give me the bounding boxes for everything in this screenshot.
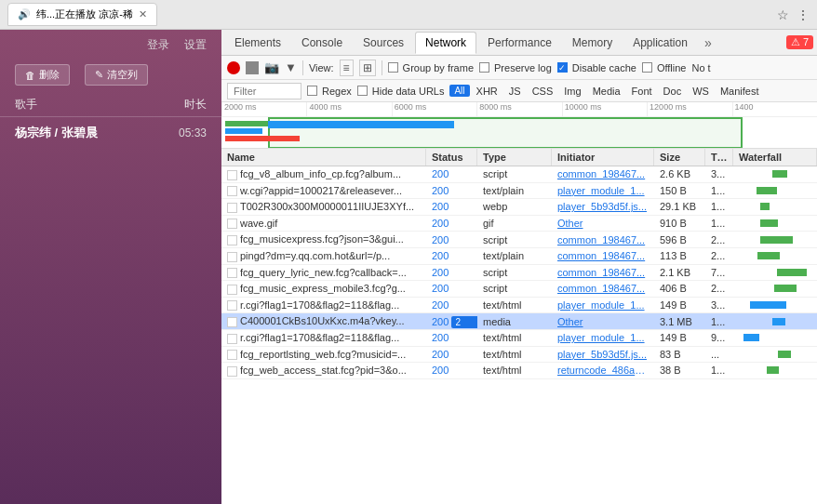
table-row[interactable]: fcg_query_lyric_new.fcg?callback=... 200… <box>221 265 817 282</box>
preserve-log-check[interactable]: Preserve log <box>479 62 552 73</box>
table-row[interactable]: wave.gif 200 gif Other 910 B 1... <box>221 216 817 232</box>
table-row[interactable]: fcg_music_express_mobile3.fcg?g... 200 s… <box>221 281 817 298</box>
cell-initiator[interactable]: player_module_1... <box>552 183 654 198</box>
col-header-initiator[interactable]: Initiator <box>552 149 654 166</box>
disable-cache-check[interactable]: Disable cache <box>557 62 636 73</box>
filter-input[interactable] <box>227 83 301 99</box>
tab-performance[interactable]: Performance <box>478 33 561 53</box>
cell-initiator[interactable]: player_5b93d5f.js... <box>552 347 654 362</box>
network-table: Name Status Type Initiator Size Ti... Wa… <box>221 149 817 504</box>
table-row[interactable]: T002R300x300M0000011IIUJE3XYf... 200 web… <box>221 199 817 216</box>
login-link[interactable]: 登录 <box>147 37 169 53</box>
settings-link[interactable]: 设置 <box>184 37 207 53</box>
browser-tab[interactable]: 🔊 纬...正在播放 凉凉-稀 ✕ <box>7 3 157 26</box>
grid-view-icon[interactable]: ⊞ <box>359 60 376 76</box>
filter-js[interactable]: JS <box>504 85 526 98</box>
filter-manifest[interactable]: Manifest <box>716 85 764 98</box>
table-row[interactable]: fcg_v8_album_info_cp.fcg?album... 200 sc… <box>221 166 817 183</box>
delete-button[interactable]: 🗑 删除 <box>15 64 70 86</box>
cell-size: 38 B <box>654 363 705 378</box>
cell-initiator[interactable]: common_198467... <box>552 232 654 247</box>
cell-initiator[interactable]: common_198467... <box>552 265 654 280</box>
cell-size: 150 B <box>654 183 705 198</box>
tab-console[interactable]: Console <box>292 33 352 53</box>
cell-initiator[interactable]: returncode_486a5... <box>552 363 654 378</box>
filter-bar: Regex Hide data URLs All XHR JS CSS Img … <box>221 80 817 102</box>
table-row[interactable]: fcg_web_access_stat.fcg?pid=3&o... 200 t… <box>221 363 817 379</box>
filter-doc[interactable]: Doc <box>659 85 687 98</box>
trash-icon: 🗑 <box>25 70 35 81</box>
star-icon[interactable]: ☆ <box>777 7 789 22</box>
regex-check[interactable]: Regex <box>307 86 352 97</box>
filter-icon[interactable]: ▼ <box>285 60 297 74</box>
browser-chrome: 🔊 纬...正在播放 凉凉-稀 ✕ ☆ ⋮ <box>0 0 817 30</box>
table-body: fcg_v8_album_info_cp.fcg?album... 200 sc… <box>221 166 817 379</box>
col-header-waterfall[interactable]: Waterfall <box>733 149 817 166</box>
table-row[interactable]: fcg_reportlsting_web.fcg?musicid=... 200… <box>221 347 817 364</box>
offline-check[interactable]: Offline <box>642 62 687 73</box>
filter-xhr[interactable]: XHR <box>472 85 502 98</box>
cell-waterfall <box>733 167 817 180</box>
cell-initiator[interactable]: player_5b93d5f.js... <box>552 199 654 214</box>
table-row[interactable]: r.cgi?flag1=1708&flag2=118&flag... 200 t… <box>221 298 817 314</box>
cell-size: 3.1 MB <box>654 314 705 329</box>
filter-media[interactable]: Media <box>588 85 625 98</box>
cell-initiator[interactable]: common_198467... <box>552 166 654 181</box>
stop-button[interactable] <box>246 61 259 74</box>
filter-css[interactable]: CSS <box>528 85 558 98</box>
filter-ws[interactable]: WS <box>688 85 714 98</box>
table-row[interactable]: C400001CkBs10UxKxc.m4a?vkey... 200 200 O… <box>221 313 817 330</box>
filter-font[interactable]: Font <box>627 85 657 98</box>
table-row[interactable]: pingd?dm=y.qq.com.hot&url=/p... 200 text… <box>221 248 817 265</box>
filter-img[interactable]: Img <box>559 85 585 98</box>
cell-initiator[interactable]: Other <box>552 216 654 231</box>
cell-time: 2... <box>705 232 733 247</box>
tab-network[interactable]: Network <box>415 32 476 54</box>
cell-status: 200 <box>426 281 477 296</box>
hide-data-urls-checkbox[interactable] <box>357 86 368 96</box>
settings-icon[interactable]: ⋮ <box>797 7 810 22</box>
cell-initiator[interactable]: player_module_1... <box>552 330 654 345</box>
tab-memory[interactable]: Memory <box>563 33 622 53</box>
cell-type: media <box>477 314 552 329</box>
warning-badge: ⚠ 7 <box>786 35 813 49</box>
music-track[interactable]: 杨宗纬 / 张碧晨 05:33 <box>0 117 221 149</box>
offline-checkbox[interactable] <box>642 62 652 73</box>
more-tabs-icon[interactable]: » <box>699 35 717 50</box>
cell-initiator[interactable]: common_198467... <box>552 281 654 296</box>
list-view-icon[interactable]: ≡ <box>340 60 354 76</box>
col-header-size[interactable]: Size <box>654 149 705 166</box>
timeline-area[interactable]: 2000 ms 4000 ms 6000 ms 8000 ms 10000 ms… <box>221 102 817 149</box>
cell-name: fcg_web_access_stat.fcg?pid=3&o... <box>221 363 426 378</box>
view-label: View: <box>309 62 334 73</box>
cell-size: 29.1 KB <box>654 199 705 214</box>
disable-cache-checkbox[interactable] <box>557 62 568 73</box>
camera-icon[interactable]: 📷 <box>264 60 279 74</box>
cell-initiator[interactable]: Other <box>552 314 654 329</box>
tab-close-button[interactable]: ✕ <box>139 8 147 20</box>
tab-elements[interactable]: Elements <box>225 33 290 53</box>
record-button[interactable] <box>227 61 240 74</box>
tab-application[interactable]: Application <box>623 33 697 53</box>
cell-type: text/html <box>477 298 552 312</box>
col-header-time[interactable]: Ti... <box>705 149 733 166</box>
regex-checkbox[interactable] <box>307 86 317 96</box>
hide-data-urls-check[interactable]: Hide data URLs <box>357 86 445 97</box>
cell-initiator[interactable]: common_198467... <box>552 248 654 263</box>
table-row[interactable]: w.cgi?appid=1000217&releasever... 200 te… <box>221 183 817 200</box>
cell-size: 910 B <box>654 216 705 231</box>
cell-initiator[interactable]: player_module_1... <box>552 298 654 312</box>
col-header-name[interactable]: Name <box>221 149 426 166</box>
clear-button[interactable]: ✎ 清空列 <box>85 64 148 86</box>
tab-sources[interactable]: Sources <box>354 33 413 53</box>
cell-status: 200 <box>426 330 477 345</box>
group-by-frame-check[interactable]: Group by frame <box>388 62 474 73</box>
col-header-status[interactable]: Status <box>426 149 477 166</box>
table-row[interactable]: fcg_musicexpress.fcg?json=3&gui... 200 s… <box>221 232 817 248</box>
table-row[interactable]: r.cgi?flag1=1708&flag2=118&flag... 200 t… <box>221 330 817 347</box>
group-by-frame-checkbox[interactable] <box>388 62 398 73</box>
preserve-log-checkbox[interactable] <box>479 62 489 73</box>
filter-all[interactable]: All <box>449 85 469 97</box>
cell-name: wave.gif <box>221 216 426 232</box>
col-header-type[interactable]: Type <box>477 149 552 166</box>
